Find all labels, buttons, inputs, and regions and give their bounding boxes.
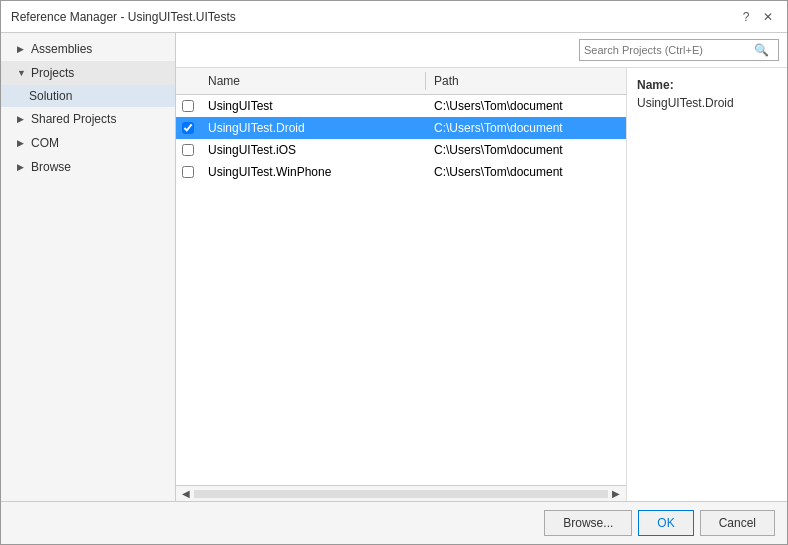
table-header: Name Path bbox=[176, 68, 626, 95]
checkbox-1[interactable] bbox=[182, 100, 194, 112]
table-row[interactable]: UsingUITest.WinPhone C:\Users\Tom\docume… bbox=[176, 161, 626, 183]
dialog-body: ▶ Assemblies ▼ Projects Solution ▶ Share… bbox=[1, 33, 787, 501]
row-check-1[interactable] bbox=[176, 100, 200, 112]
scrollbar-area: ◀ ▶ bbox=[176, 485, 626, 501]
browse-button[interactable]: Browse... bbox=[544, 510, 632, 536]
detail-name-value: UsingUITest.Droid bbox=[637, 96, 777, 110]
checkbox-4[interactable] bbox=[182, 166, 194, 178]
col-check bbox=[176, 72, 200, 90]
content-area: Name Path UsingUITest C:\Users\Tom\docum… bbox=[176, 68, 787, 501]
scroll-right-button[interactable]: ▶ bbox=[608, 486, 624, 502]
arrow-icon: ▶ bbox=[17, 44, 27, 54]
shared-projects-label: Shared Projects bbox=[31, 112, 116, 126]
arrow-icon: ▶ bbox=[17, 114, 27, 124]
row-path-4: C:\Users\Tom\document bbox=[426, 163, 626, 181]
projects-label: Projects bbox=[31, 66, 74, 80]
dialog-title: Reference Manager - UsingUITest.UITests bbox=[11, 10, 236, 24]
detail-name-label: Name: bbox=[637, 78, 777, 92]
table-area: Name Path UsingUITest C:\Users\Tom\docum… bbox=[176, 68, 627, 501]
sidebar-item-assemblies[interactable]: ▶ Assemblies bbox=[1, 37, 175, 61]
table-row[interactable]: UsingUITest.Droid C:\Users\Tom\document bbox=[176, 117, 626, 139]
footer: Browse... OK Cancel bbox=[1, 501, 787, 544]
row-check-3[interactable] bbox=[176, 144, 200, 156]
help-button[interactable]: ? bbox=[737, 8, 755, 26]
col-path: Path bbox=[426, 72, 626, 90]
search-bar: 🔍 bbox=[176, 33, 787, 68]
assemblies-label: Assemblies bbox=[31, 42, 92, 56]
row-name-3: UsingUITest.iOS bbox=[200, 141, 426, 159]
arrow-icon: ▼ bbox=[17, 68, 27, 78]
row-name-2: UsingUITest.Droid bbox=[200, 119, 426, 137]
arrow-icon: ▶ bbox=[17, 138, 27, 148]
browse-nav-label: Browse bbox=[31, 160, 71, 174]
table-body: UsingUITest C:\Users\Tom\document UsingU… bbox=[176, 95, 626, 485]
search-button[interactable]: 🔍 bbox=[750, 39, 772, 61]
row-path-3: C:\Users\Tom\document bbox=[426, 141, 626, 159]
title-bar: Reference Manager - UsingUITest.UITests … bbox=[1, 1, 787, 33]
sidebar-item-shared-projects[interactable]: ▶ Shared Projects bbox=[1, 107, 175, 131]
sidebar-item-projects[interactable]: ▼ Projects bbox=[1, 61, 175, 85]
scroll-track[interactable] bbox=[194, 490, 608, 498]
row-name-4: UsingUITest.WinPhone bbox=[200, 163, 426, 181]
left-panel: ▶ Assemblies ▼ Projects Solution ▶ Share… bbox=[1, 33, 176, 501]
row-check-2[interactable] bbox=[176, 122, 200, 134]
sidebar-item-browse[interactable]: ▶ Browse bbox=[1, 155, 175, 179]
row-name-1: UsingUITest bbox=[200, 97, 426, 115]
row-path-1: C:\Users\Tom\document bbox=[426, 97, 626, 115]
right-panel: 🔍 Name Path bbox=[176, 33, 787, 501]
title-bar-controls: ? ✕ bbox=[737, 8, 777, 26]
sidebar-item-com[interactable]: ▶ COM bbox=[1, 131, 175, 155]
ok-button[interactable]: OK bbox=[638, 510, 693, 536]
checkbox-3[interactable] bbox=[182, 144, 194, 156]
table-row[interactable]: UsingUITest C:\Users\Tom\document bbox=[176, 95, 626, 117]
com-label: COM bbox=[31, 136, 59, 150]
cancel-button[interactable]: Cancel bbox=[700, 510, 775, 536]
detail-panel: Name: UsingUITest.Droid bbox=[627, 68, 787, 501]
arrow-icon: ▶ bbox=[17, 162, 27, 172]
checkbox-2[interactable] bbox=[182, 122, 194, 134]
dialog: Reference Manager - UsingUITest.UITests … bbox=[0, 0, 788, 545]
sidebar-item-solution[interactable]: Solution bbox=[1, 85, 175, 107]
row-check-4[interactable] bbox=[176, 166, 200, 178]
solution-label: Solution bbox=[29, 89, 72, 103]
search-input[interactable] bbox=[580, 42, 750, 58]
row-path-2: C:\Users\Tom\document bbox=[426, 119, 626, 137]
search-icon: 🔍 bbox=[754, 43, 769, 57]
col-name: Name bbox=[200, 72, 426, 90]
search-box: 🔍 bbox=[579, 39, 779, 61]
scroll-left-button[interactable]: ◀ bbox=[178, 486, 194, 502]
close-button[interactable]: ✕ bbox=[759, 8, 777, 26]
table-row[interactable]: UsingUITest.iOS C:\Users\Tom\document bbox=[176, 139, 626, 161]
